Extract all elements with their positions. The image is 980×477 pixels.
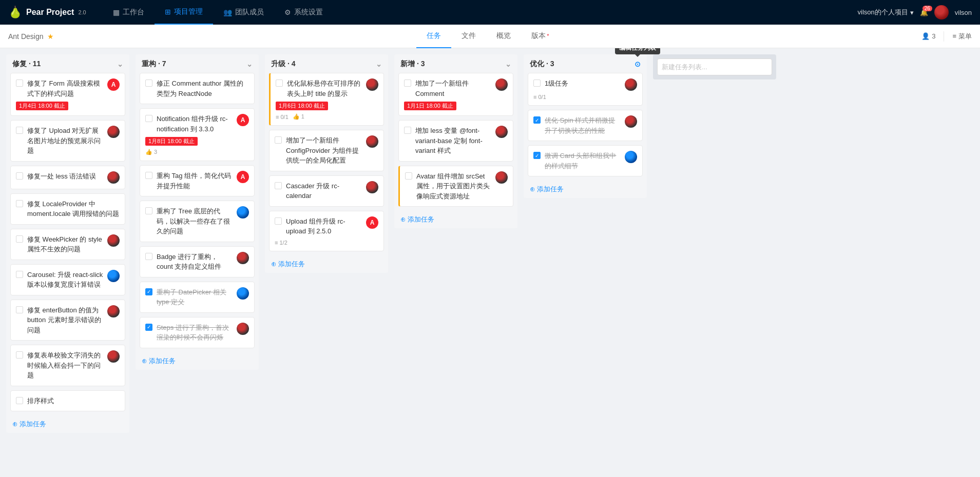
tab-files[interactable]: 文件 [451, 25, 486, 48]
user-avatar[interactable] [934, 5, 949, 19]
add-task-button-refactor[interactable]: ⊕ 添加任务 [136, 352, 259, 370]
task-card[interactable]: 优化 Spin 样式并稍微提升了切换状态的性能 [528, 110, 643, 141]
task-card[interactable]: 修复 LocaleProvider 中 moment.locale 调用报错的问… [10, 193, 125, 225]
task-checkbox[interactable] [533, 80, 541, 87]
task-card[interactable]: 修复了 Form 高级搜索模式下的样式问题A1月4日 18:00 截止 [10, 73, 125, 116]
task-checkbox[interactable] [533, 152, 541, 159]
nav-settings[interactable]: ⚙ 系统设置 [274, 0, 333, 25]
column-collapse-btn[interactable]: ⌄ [117, 60, 123, 68]
menu-button[interactable]: ≡ 菜单 [952, 32, 972, 41]
user-project-selector[interactable]: vilson的个人项目 ▾ [858, 8, 914, 17]
task-card[interactable]: 增加了一个新组件 ConfigProvider 为组件提供统一的全局化配置 [269, 130, 384, 171]
breadcrumb-name: Ant Design [8, 32, 43, 41]
task-checkbox[interactable] [275, 217, 282, 225]
task-checkbox[interactable] [275, 182, 282, 189]
task-card[interactable]: 重构了 Tree 底层的代码，以解决一些存在了很久的问题 [140, 201, 255, 242]
tab-tasks[interactable]: 任务 [416, 25, 451, 48]
task-card[interactable]: Steps 进行了重构，首次渲染的时候不会再闪烁 [140, 317, 255, 348]
task-checkbox[interactable] [145, 288, 152, 295]
task-checkbox[interactable] [145, 207, 152, 214]
task-checkbox[interactable] [404, 80, 411, 87]
column-collapse-btn[interactable]: ⌄ [376, 60, 382, 68]
notification-bell[interactable]: 🔔 26 [920, 9, 928, 16]
task-card[interactable]: 修复一处 less 语法错误 [10, 166, 125, 189]
task-card[interactable]: 修复了 Upload 对无扩展名图片地址的预览展示问题 [10, 120, 125, 162]
task-card[interactable]: 重构 Tag 组件，简化代码并提升性能A [140, 165, 255, 196]
task-card[interactable]: 修正 Comment author 属性的类型为 ReactNode [140, 73, 255, 104]
nav-links: ▦ 工作台 ⊞ 项目管理 👥 团队成员 ⚙ 系统设置 [103, 0, 850, 25]
tab-overview[interactable]: 概览 [486, 25, 521, 48]
task-card[interactable]: 重构子 DatePicker 相关 type 定义 [140, 282, 255, 313]
task-checkbox[interactable] [276, 80, 283, 87]
task-checkbox[interactable] [16, 172, 23, 180]
task-card[interactable]: Avatar 组件增加 srcSet 属性，用于设置图片类头像响应式资源地址 [398, 166, 513, 207]
like-count[interactable]: 👍 1 [293, 113, 304, 120]
task-checkbox[interactable] [16, 271, 23, 278]
task-text: 修复 WeekPicker 的 style 属性不生效的问题 [27, 234, 103, 254]
task-avatar [107, 350, 120, 363]
task-card[interactable]: 修复 WeekPicker 的 style 属性不生效的问题 [10, 229, 125, 260]
task-checkbox[interactable] [533, 116, 541, 124]
task-card[interactable]: Notification 组件升级 rc-notification 到 3.3.… [140, 108, 255, 161]
task-checkbox[interactable] [16, 397, 23, 404]
task-avatar [366, 78, 378, 91]
tab-version[interactable]: 版本* [521, 25, 559, 48]
add-task-button-new[interactable]: ⊕ 添加任务 [394, 211, 517, 228]
task-checkbox[interactable] [145, 80, 152, 87]
task-text: 修复一处 less 语法错误 [27, 171, 103, 182]
task-card[interactable]: Badge 进行了重构，count 支持自定义组件 [140, 246, 255, 277]
add-task-button-upgrade[interactable]: ⊕ 添加任务 [265, 255, 388, 273]
task-checkbox[interactable] [145, 253, 152, 260]
task-text: 修复 enterButton 的值为 button 元素时显示错误的问题 [27, 305, 103, 335]
task-avatar [237, 206, 249, 218]
task-checkbox[interactable] [405, 172, 412, 180]
add-task-button-optimize[interactable]: ⊕ 添加任务 [524, 181, 647, 198]
column-collapse-btn[interactable]: ⌄ [246, 60, 253, 68]
task-checkbox[interactable] [16, 306, 23, 313]
task-checkbox[interactable] [275, 136, 282, 144]
nav-workspace-label: 工作台 [123, 8, 144, 17]
task-card[interactable]: 优化鼠标悬停在可排序的表头上时 title 的显示1月6日 18:00 截止≡ … [269, 73, 384, 126]
task-checkbox[interactable] [145, 115, 152, 122]
task-checkbox[interactable] [145, 172, 152, 179]
collapse-btn-area: ⌄ [246, 60, 253, 68]
task-checkbox[interactable] [16, 351, 23, 359]
task-checkbox[interactable] [16, 200, 23, 207]
add-task-button-fix[interactable]: ⊕ 添加任务 [6, 415, 129, 433]
task-card[interactable]: Carousel: 升级 react-slick 版本以修复宽度计算错误 [10, 264, 125, 295]
task-progress: ≡ 0/1 [276, 114, 289, 120]
task-text: 增加 less 变量 @font-variant-base 定制 font-va… [415, 126, 491, 156]
members-icon: 👤 [921, 32, 930, 40]
like-count[interactable]: 👍 3 [145, 149, 157, 155]
task-text: Avatar 组件增加 srcSet 属性，用于设置图片类头像响应式资源地址 [416, 171, 491, 202]
task-card[interactable]: Upload 组件升级 rc-upload 到 2.5.0A≡ 1/2 [269, 211, 384, 251]
task-card[interactable]: 增加了一个新组件 Comment1月1日 18:00 截止 [398, 73, 513, 116]
nav-project-label: 项目管理 [174, 7, 203, 16]
task-card[interactable]: 排序样式 [10, 390, 125, 412]
task-text: Upload 组件升级 rc-upload 到 2.5.0 [286, 216, 362, 236]
task-card[interactable]: 修复 enterButton 的值为 button 元素时显示错误的问题 [10, 300, 125, 341]
column-collapse-btn[interactable]: ⊙ [635, 60, 641, 68]
menu-label: 菜单 [958, 32, 972, 41]
nav-team[interactable]: 👥 团队成员 [213, 0, 274, 25]
task-card[interactable]: 微调 Card 头部和组我中的样式细节 [528, 145, 643, 176]
task-checkbox[interactable] [16, 80, 23, 87]
star-icon[interactable]: ★ [47, 32, 54, 41]
task-checkbox[interactable] [16, 127, 23, 134]
nav-workspace[interactable]: ▦ 工作台 [103, 0, 155, 25]
task-text: 优化鼠标悬停在可排序的表头上时 title 的显示 [287, 78, 362, 98]
column-body-fix: 修复了 Form 高级搜索模式下的样式问题A1月4日 18:00 截止修复了 U… [6, 73, 129, 415]
task-text: Badge 进行了重构，count 支持自定义组件 [157, 252, 233, 272]
notification-count: 26 [923, 6, 932, 11]
nav-project[interactable]: ⊞ 项目管理 [155, 0, 213, 25]
column-title-text: 升级 · 4 [271, 59, 295, 69]
task-card[interactable]: 1级任务≡ 0/1 [528, 73, 643, 106]
task-card[interactable]: 修复表单校验文字消失的时候输入框会抖一下的问题 [10, 345, 125, 386]
column-collapse-btn[interactable]: ⌄ [505, 60, 511, 68]
task-card[interactable]: Cascader 升级 rc-calendar [269, 175, 384, 207]
task-checkbox[interactable] [145, 324, 152, 331]
task-card[interactable]: 增加 less 变量 @font-variant-base 定制 font-va… [398, 120, 513, 162]
new-column-input[interactable] [657, 58, 772, 75]
task-checkbox[interactable] [16, 235, 23, 243]
task-checkbox[interactable] [404, 127, 411, 134]
